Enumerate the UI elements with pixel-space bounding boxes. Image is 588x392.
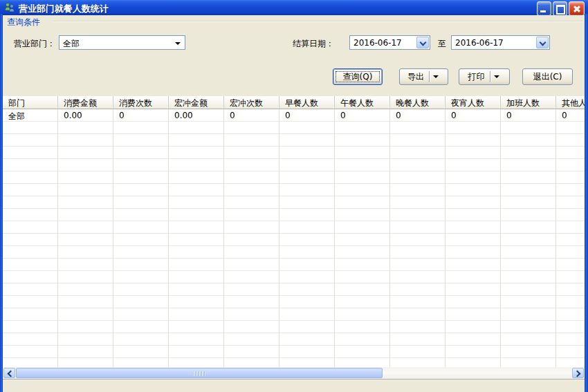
grid-cell [169,209,224,221]
grid-cell [169,296,224,308]
grid-cell [556,134,585,147]
grid-cell [556,271,585,283]
date-to-dropdown-button[interactable] [536,37,549,48]
table-row-empty [3,283,585,296]
date-to-picker[interactable]: 2016-06-17 [451,35,550,50]
table-row-empty [3,122,585,134]
table-row[interactable]: 全部0.0000.000000000 [3,109,585,122]
chevron-down-icon [540,39,546,46]
dept-combobox[interactable]: 全部 [59,35,185,50]
scroll-left-button[interactable] [3,368,15,378]
column-header[interactable]: 宏冲金额 [169,96,224,109]
date-from-picker[interactable]: 2016-06-17 [349,35,430,50]
grid-cell [58,246,113,259]
grid-cell: 0 [113,109,169,122]
grid-cell [501,171,556,184]
grid-cell [224,196,279,209]
grid-cell [3,346,58,358]
grid-cell [224,171,279,184]
grid-cell [224,271,279,283]
close-button[interactable] [569,1,585,16]
grid-cell [445,134,501,147]
grid-cell [3,184,58,196]
grid-cell [113,209,169,221]
app-window: 营业部门就餐人数统计 查询条件 营业部门： 全部 结算日期： 2016-06-1… [0,0,588,392]
grid-cell [335,283,390,296]
table-row-empty [3,196,585,209]
grid-cell [445,308,501,321]
grid-cell [224,283,279,296]
column-header[interactable]: 其他人数 [556,96,585,109]
grid-cell [169,134,224,147]
column-header[interactable]: 加班人数 [501,96,556,109]
date-from-dropdown-button[interactable] [416,37,429,48]
column-header[interactable]: 部门 [3,96,58,109]
grid-cell [335,122,390,134]
grid-cell [501,283,556,296]
exit-button[interactable]: 退出(C) [522,68,573,85]
grid-cell [224,246,279,259]
grid-cell [390,283,445,296]
grid-cell [224,159,279,171]
grid-cell [169,283,224,296]
column-header[interactable]: 宏冲次数 [224,96,279,109]
maximize-button[interactable] [553,1,567,16]
grid-cell [58,134,113,147]
column-header[interactable]: 消费金额 [58,96,113,109]
grid-cell [169,196,224,209]
grid-cell [445,184,501,196]
grid-cell [113,122,169,134]
title-bar[interactable]: 营业部门就餐人数统计 [0,0,588,15]
grid-cell [224,221,279,234]
grid-cell [445,346,501,358]
chevron-down-icon [433,75,439,78]
grid-cell [501,321,556,333]
grid-cell [224,358,279,367]
grid-cell: 0 [445,109,501,122]
grid-cell [556,147,585,159]
grid-cell [335,346,390,358]
grid-cell [390,221,445,234]
grid-cell [501,196,556,209]
grid-cell [390,122,445,134]
grid-cell [335,234,390,246]
grid-cell [556,171,585,184]
grid-cell [556,321,585,333]
scrollbar-thumb[interactable] [16,368,383,378]
minimize-button[interactable] [537,1,551,16]
grid-cell [58,147,113,159]
grid-cell [445,209,501,221]
column-header[interactable]: 消费次数 [113,96,169,109]
maximize-icon [556,5,565,15]
date-from-value: 2016-06-17 [353,38,402,48]
query-button[interactable]: 查询(Q) [333,68,383,85]
grid-cell [58,333,113,346]
grid-cell: 0 [224,109,279,122]
grid-cell [169,184,224,196]
grid-cell [224,321,279,333]
print-split-button[interactable]: 打印 [459,68,510,85]
table-row-empty [3,184,585,196]
column-header[interactable]: 午餐人数 [335,96,390,109]
grid-cell [390,271,445,283]
scroll-right-button[interactable] [572,368,584,378]
column-header[interactable]: 夜宵人数 [445,96,501,109]
column-header[interactable]: 早餐人数 [279,96,335,109]
scrollbar-grip [194,371,205,376]
results-grid: 部门消费金额消费次数宏冲金额宏冲次数早餐人数午餐人数晚餐人数夜宵人数加班人数其他… [3,96,585,367]
window-controls [537,1,585,15]
grid-cell [335,259,390,271]
table-row-empty [3,159,585,171]
grid-cell [335,209,390,221]
grid-cell [335,308,390,321]
grid-cell [556,122,585,134]
grid-cell [556,221,585,234]
grid-cell [501,234,556,246]
grid-cell [3,196,58,209]
horizontal-scrollbar[interactable] [3,367,585,379]
grid-cell [279,358,335,367]
column-header[interactable]: 晚餐人数 [390,96,445,109]
export-split-button[interactable]: 导出 [399,68,448,85]
grid-cell [224,296,279,308]
grid-cell [556,184,585,196]
